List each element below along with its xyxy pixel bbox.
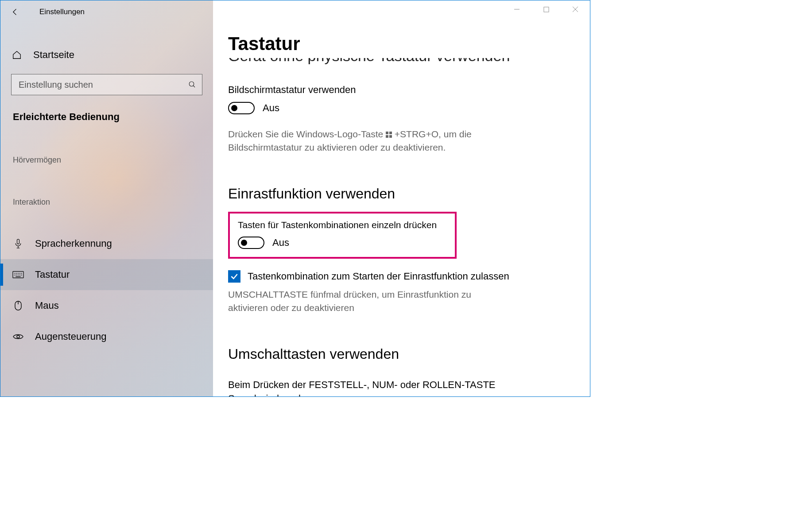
sidebar-item-mouse[interactable]: Maus: [0, 290, 213, 321]
svg-point-4: [17, 335, 19, 338]
sticky-shortcut-row: Tastenkombination zum Starten der Einras…: [228, 270, 584, 283]
sidebar-home-label: Startseite: [33, 49, 74, 61]
section-heading-sticky: Einrastfunktion verwenden: [228, 186, 584, 202]
sidebar-group-interaction: Interaktion: [0, 198, 213, 207]
svg-rect-1: [17, 239, 19, 244]
scroll-body: Gerät ohne physische Tastatur verwenden …: [228, 58, 584, 396]
section-heading-device: Gerät ohne physische Tastatur verwenden: [228, 58, 584, 65]
sidebar-item-speech[interactable]: Spracherkennung: [0, 228, 213, 259]
windows-logo-icon: [386, 132, 392, 138]
keyboard-icon: [12, 271, 24, 279]
search-wrap: [11, 74, 202, 95]
sidebar-item-label: Augensteuerung: [35, 331, 106, 342]
window-controls: [502, 0, 590, 18]
sidebar-item-label: Tastatur: [35, 269, 70, 280]
settings-window: Einstellungen Startseite Erleichterte Be…: [0, 0, 590, 397]
close-button[interactable]: [561, 0, 590, 18]
sidebar-item-eyecontrol[interactable]: Augensteuerung: [0, 321, 213, 352]
eye-icon: [12, 333, 24, 341]
osk-toggle[interactable]: [228, 102, 255, 114]
sidebar: Einstellungen Startseite Erleichterte Be…: [0, 0, 213, 396]
sidebar-home[interactable]: Startseite: [0, 39, 213, 70]
togglekeys-label: Beim Drücken der FESTSTELL-, NUM- oder R…: [228, 378, 512, 396]
svg-rect-7: [389, 132, 392, 134]
section-heading-togglekeys: Umschalttasten verwenden: [228, 346, 584, 362]
sidebar-item-label: Spracherkennung: [35, 238, 112, 249]
sticky-toggle[interactable]: [238, 237, 264, 249]
svg-rect-5: [543, 7, 548, 12]
svg-rect-6: [386, 132, 388, 134]
sticky-toggle-row: Aus: [238, 237, 447, 249]
page-title: Tastatur: [228, 33, 590, 54]
titlebar: Einstellungen: [0, 0, 213, 23]
osk-hint: Drücken Sie die Windows-Logo-Taste +STRG…: [228, 128, 512, 155]
sticky-shortcut-checkbox[interactable]: [228, 270, 240, 283]
sticky-toggle-state: Aus: [272, 237, 289, 249]
sidebar-item-label: Maus: [35, 300, 59, 311]
sidebar-item-keyboard[interactable]: Tastatur: [0, 259, 213, 290]
mouse-icon: [12, 300, 24, 311]
osk-toggle-row: Aus: [228, 102, 584, 114]
svg-rect-8: [386, 135, 388, 138]
sticky-highlight: Tasten für Tastenkombinationen einzeln d…: [228, 212, 457, 259]
search-input[interactable]: [11, 74, 202, 95]
microphone-icon: [12, 238, 24, 249]
sticky-toggle-label: Tasten für Tastenkombinationen einzeln d…: [238, 220, 447, 230]
osk-hint-pre: Drücken Sie die Windows-Logo-Taste: [228, 129, 386, 139]
svg-rect-9: [389, 135, 392, 138]
home-icon: [11, 50, 23, 60]
osk-toggle-state: Aus: [263, 102, 279, 114]
sidebar-section-label: Erleichterte Bedienung: [0, 111, 213, 123]
sidebar-nav: Spracherkennung Tastatur Maus Augensteue…: [0, 228, 213, 352]
back-button[interactable]: [6, 3, 24, 21]
app-title: Einstellungen: [39, 8, 85, 16]
osk-label: Bildschirmtastatur verwenden: [228, 84, 584, 96]
maximize-button[interactable]: [531, 0, 561, 18]
minimize-button[interactable]: [502, 0, 531, 18]
sticky-shortcut-label: Tastenkombination zum Starten der Einras…: [248, 271, 509, 282]
content-pane: Tastatur Gerät ohne physische Tastatur v…: [213, 0, 590, 396]
sticky-shortcut-hint: UMSCHALTTASTE fünfmal drücken, um Einras…: [228, 288, 512, 315]
sidebar-group-hearing: Hörvermögen: [0, 155, 213, 165]
